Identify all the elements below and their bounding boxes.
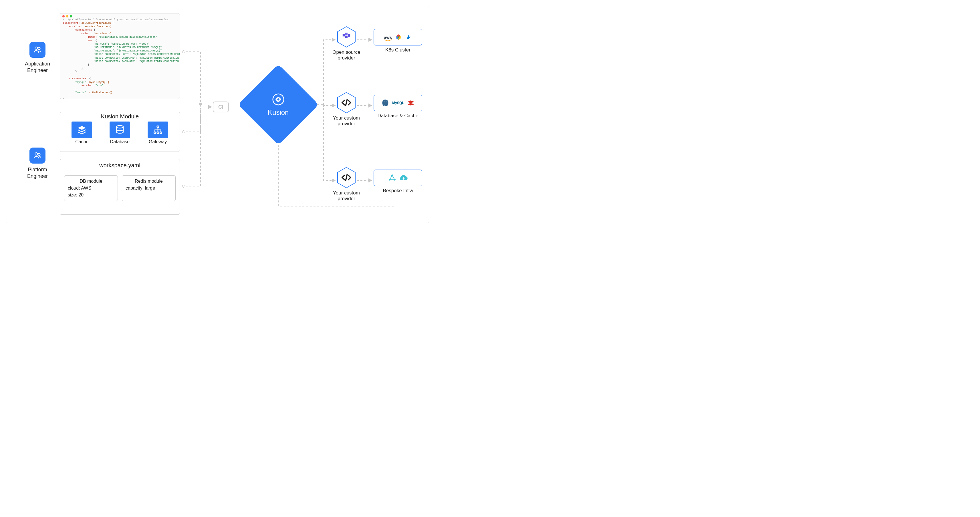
minimize-icon [66, 15, 68, 17]
svg-rect-13 [343, 34, 345, 36]
svg-line-25 [390, 175, 392, 180]
provider-open-source: Open source provider [328, 26, 365, 61]
svg-point-0 [35, 47, 37, 49]
sitemap-icon [148, 121, 168, 138]
connector-node [182, 50, 185, 53]
close-icon [62, 15, 65, 17]
diagram-canvas: Application Engineer Platform Engineer #… [6, 6, 429, 223]
code-window: # 'AppConfiguration' instance with your … [60, 13, 180, 99]
workspace-db-module: DB module cloud: AWS size: 20 [64, 175, 118, 201]
kusion-logo-icon [272, 93, 285, 106]
ci-node: CI [213, 102, 229, 112]
persona-label: Platform Engineer [18, 166, 57, 179]
code-content: # 'AppConfiguration' instance with your … [60, 18, 180, 99]
persona-platform-engineer: Platform Engineer [18, 148, 57, 179]
svg-point-7 [157, 132, 159, 134]
svg-rect-14 [345, 33, 348, 35]
connector-node [182, 130, 185, 133]
svg-point-8 [160, 132, 162, 134]
svg-point-19 [398, 36, 399, 38]
network-icon [388, 173, 396, 182]
connector-node [182, 185, 185, 188]
svg-point-5 [157, 126, 159, 128]
maximize-icon [70, 15, 72, 17]
persona-application-engineer: Application Engineer [18, 42, 57, 73]
svg-point-4 [116, 126, 123, 128]
svg-rect-15 [345, 36, 348, 38]
code-icon [337, 167, 356, 188]
workspace-yaml-box: workspace.yaml DB module cloud: AWS size… [60, 159, 180, 215]
module-title: Kusion Module [63, 113, 177, 120]
workspace-title: workspace.yaml [64, 162, 176, 171]
target-k8s-cluster: aws K8s Cluster [374, 29, 422, 53]
module-item-gateway: Gateway [148, 121, 168, 145]
target-database-cache: MySQL Database & Cache [374, 95, 422, 119]
users-icon [29, 148, 46, 164]
provider-custom-db: Your custom provider [328, 92, 365, 127]
redis-logo-icon [407, 99, 414, 107]
provider-custom-bespoke: Your custom provider [328, 167, 365, 202]
target-bespoke-infra: Bespoke Infra [374, 170, 422, 194]
kusion-node: Kusion [250, 76, 307, 133]
module-item-database: Database [110, 121, 130, 145]
workspace-redis-module: Redis module capacity: large [122, 175, 176, 201]
svg-point-3 [38, 153, 40, 155]
window-traffic-lights [60, 13, 180, 18]
svg-point-20 [384, 102, 385, 102]
terraform-icon [337, 26, 356, 48]
svg-line-26 [392, 175, 395, 180]
gcp-logo-icon [395, 33, 402, 41]
azure-logo-icon [405, 34, 412, 41]
code-icon [337, 92, 356, 113]
users-icon [29, 42, 46, 58]
layers-icon [72, 121, 92, 138]
cloud-upload-icon [399, 173, 408, 182]
kusion-module-box: Kusion Module Cache Database Gateway [60, 112, 180, 152]
aws-logo-icon: aws [384, 35, 392, 40]
svg-point-1 [38, 48, 40, 49]
svg-point-2 [35, 153, 37, 155]
persona-label: Application Engineer [18, 60, 57, 73]
svg-point-6 [154, 132, 156, 134]
svg-rect-16 [348, 34, 350, 37]
module-item-cache: Cache [72, 121, 92, 145]
postgresql-logo-icon [381, 99, 389, 107]
svg-point-21 [386, 102, 387, 102]
mysql-logo-icon: MySQL [392, 101, 404, 105]
database-icon [110, 121, 130, 138]
